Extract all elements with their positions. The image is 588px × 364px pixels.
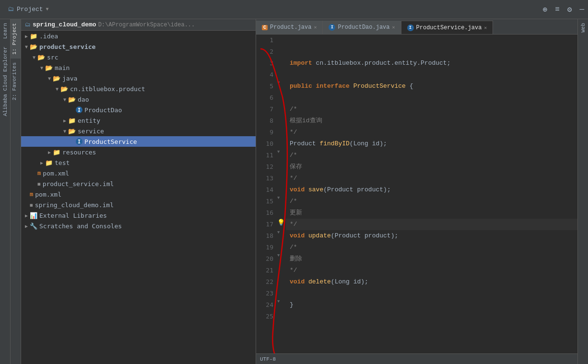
tree-item-java[interactable]: ▼ 📂 java — [21, 73, 256, 83]
tab-close-dao[interactable]: ✕ — [392, 24, 395, 30]
iml-icon-1: ◼ — [37, 181, 41, 187]
learn-label[interactable]: Learn — [1, 19, 9, 43]
folder-idea-icon: 📁 — [30, 33, 37, 40]
code-line-7: /* — [286, 104, 577, 115]
left-inner-strip: 1: Project 2: Favorites — [11, 19, 21, 364]
tree-item-iml-root[interactable]: ◼ spring_cloud_demo.iml — [21, 200, 256, 210]
line-num-12: 12 — [258, 161, 273, 173]
tree-item-idea[interactable]: ▶ 📁 .idea — [21, 31, 256, 41]
tab-product-dao-java[interactable]: I ProductDao.java ✕ — [323, 21, 401, 34]
line-num-3: 3 — [258, 58, 273, 69]
folder-resources-label: resources — [62, 149, 96, 156]
web-label[interactable]: Web — [579, 19, 587, 36]
code-line-18: void update(Product product); — [286, 230, 577, 242]
code-content[interactable]: import cn.itbluebox.product.entity.Produ… — [286, 35, 577, 353]
tree-item-entity[interactable]: ▶ 📁 entity — [21, 115, 256, 126]
code-line-19: /* — [286, 242, 577, 253]
file-pom-root-label: pom.xml — [35, 191, 61, 198]
layout-icon[interactable]: ≡ — [555, 5, 560, 14]
fold-icon-5[interactable]: ▼ — [277, 81, 280, 85]
line-num-24: 24 — [258, 299, 273, 311]
gear-icon[interactable]: ⚙ — [567, 5, 572, 14]
folder-resources-icon: 📁 — [53, 149, 60, 156]
tree-root-label: spring_cloud_demo — [33, 21, 96, 28]
line-num-16: 16 — [258, 207, 273, 219]
code-line-1 — [286, 35, 577, 46]
file-pom-product-label: pom.xml — [43, 170, 69, 177]
folder-java-icon: 📂 — [53, 75, 60, 82]
tree-item-test[interactable]: ▶ 📁 test — [21, 157, 256, 168]
fold-icon-24[interactable]: ▼ — [277, 299, 280, 304]
fold-icon-15[interactable]: ▼ — [277, 196, 280, 200]
chevron-down-icon: ▼ — [46, 7, 49, 12]
folder-entity-label: entity — [78, 117, 100, 124]
bottom-status: UTF-8 — [260, 356, 276, 362]
code-line-22: void delete(Long id); — [286, 276, 577, 288]
line-num-17: 17 — [258, 219, 273, 230]
tree-item-iml-product[interactable]: ◼ product_service.iml — [21, 178, 256, 189]
folder-dao-icon: 📂 — [68, 96, 76, 103]
gutter: ▼ ▼ ▼ ▼ ▼ ▼ 💡 — [276, 35, 286, 353]
line-num-11: 11 — [258, 150, 273, 161]
tree-item-resources[interactable]: ▶ 📁 resources — [21, 147, 256, 157]
tree-item-cn-package[interactable]: ▼ 📂 cn.itbluebox.product — [21, 83, 256, 94]
code-line-14: void save(Product product); — [286, 184, 577, 196]
line-num-7: 7 — [258, 104, 273, 115]
code-line-6 — [286, 92, 577, 104]
tree-item-src[interactable]: ▼ 📂 src — [21, 52, 256, 62]
tree-item-product-dao[interactable]: I ProductDao — [21, 105, 256, 115]
tree-item-pom-root[interactable]: m pom.xml — [21, 189, 256, 200]
fold-icon-18[interactable]: ▼ — [277, 230, 280, 235]
code-line-2 — [286, 46, 577, 58]
tab-product-java[interactable]: C Product.java ✕ — [256, 21, 323, 34]
code-line-20: 删除 — [286, 253, 577, 265]
line-num-19: 19 — [258, 242, 273, 253]
bottom-bar: UTF-8 — [256, 353, 577, 364]
tab-label-dao: ProductDao.java — [338, 24, 389, 31]
tree-item-ext-libs[interactable]: ▶ 📊 External Libraries — [21, 210, 256, 221]
line-num-13: 13 — [258, 173, 273, 184]
tab-close-product[interactable]: ✕ — [314, 24, 317, 30]
code-line-8: 根据id查询 — [286, 115, 577, 127]
folder-service-label: service — [78, 128, 104, 135]
lightbulb-icon[interactable]: 💡 — [277, 219, 285, 226]
folder-test-label: test — [55, 159, 70, 166]
tree-item-dao[interactable]: ▼ 📂 dao — [21, 94, 256, 105]
folder-main-icon: 📂 — [45, 64, 53, 71]
outer-left-strip: Learn Alibaba Cloud Explorer — [0, 19, 11, 364]
tree-item-main[interactable]: ▼ 📂 main — [21, 62, 256, 73]
top-bar: 🗂 Project ▼ ⊕ ≡ ⚙ — — [0, 0, 588, 19]
tab-label-service: ProductService.java — [416, 24, 482, 31]
folder-service-icon: 📂 — [68, 128, 76, 135]
alibaba-cloud-label[interactable]: Alibaba Cloud Explorer — [1, 43, 9, 120]
line-num-2: 2 — [258, 46, 273, 58]
scratches-icon: 🔧 — [30, 223, 37, 230]
code-line-25 — [286, 311, 577, 322]
tab-close-service[interactable]: ✕ — [484, 25, 487, 31]
panel-header: 🗂 spring_cloud_demo D:\AProgramWorkSpace… — [21, 19, 256, 31]
tab-icon-product: C — [262, 25, 268, 30]
tree-item-service[interactable]: ▼ 📂 service — [21, 126, 256, 136]
folder-src-label: src — [47, 54, 58, 61]
line-num-20: 20 — [258, 253, 273, 265]
line-num-6: 6 — [258, 92, 273, 104]
fold-icon-11[interactable]: ▼ — [277, 150, 280, 154]
file-product-dao-label: ProductDao — [84, 106, 122, 114]
line-num-23: 23 — [258, 288, 273, 299]
project-dropdown[interactable]: 🗂 Project ▼ — [4, 4, 53, 15]
minimize-icon[interactable]: — — [579, 5, 584, 14]
tree-item-scratches[interactable]: ▶ 🔧 Scratches and Consoles — [21, 221, 256, 231]
fold-icon-20[interactable]: ▼ — [277, 253, 280, 258]
folder-dao-label: dao — [78, 96, 89, 103]
tree-item-product-service[interactable]: ▼ 📂 product_service — [21, 41, 256, 52]
project-tab-label[interactable]: 1: Project — [11, 19, 21, 59]
tree-item-pom-product[interactable]: m pom.xml — [21, 168, 256, 178]
favorites-tab-label[interactable]: 2: Favorites — [11, 59, 21, 104]
code-line-10: Product findByID(Long id); — [286, 138, 577, 150]
tab-bar: C Product.java ✕ I ProductDao.java ✕ I P… — [256, 19, 577, 35]
ext-libs-label: External Libraries — [39, 212, 107, 219]
tree-item-product-service-file[interactable]: I ProductService — [21, 136, 256, 147]
tab-product-service-java[interactable]: I ProductService.java ✕ — [401, 21, 494, 34]
crosshair-icon[interactable]: ⊕ — [543, 5, 548, 14]
line-num-4: 4 — [258, 69, 273, 81]
